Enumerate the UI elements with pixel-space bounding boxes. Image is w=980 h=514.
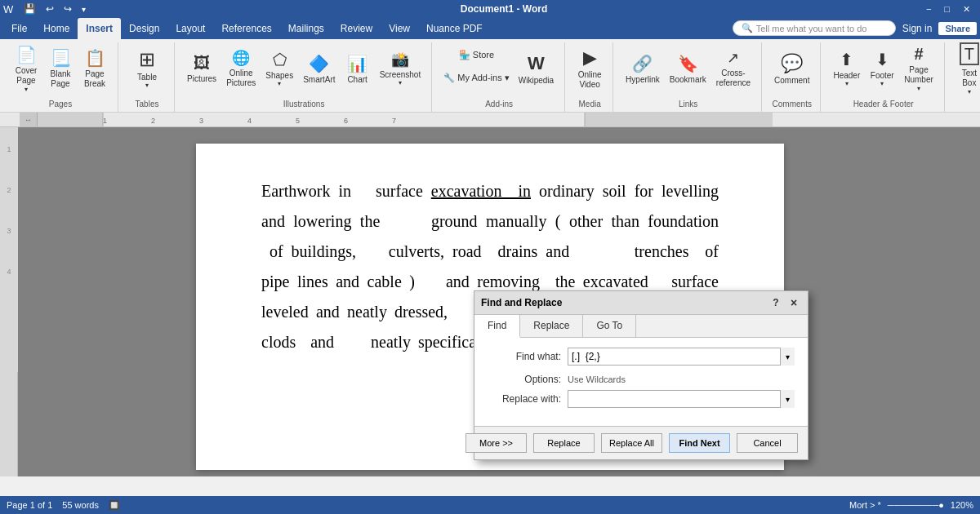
pictures-button[interactable]: 🖼 Pictures: [183, 44, 220, 93]
smartart-button[interactable]: 🔷 SmartArt: [299, 44, 339, 93]
store-button[interactable]: 🏪 Store: [440, 44, 513, 65]
tell-me-placeholder: Tell me what you want to do: [756, 24, 867, 33]
table-button[interactable]: ⊞ Table ▾: [127, 44, 167, 93]
find-replace-dialog[interactable]: Find and Replace ? × Find Replace Go To …: [474, 290, 808, 460]
comment-button[interactable]: 💬 Comment: [770, 44, 813, 93]
screenshot-button[interactable]: 📸 Screenshot ▾: [376, 44, 425, 93]
svg-text:2: 2: [151, 117, 155, 125]
tab-file[interactable]: File: [3, 18, 35, 39]
online-pictures-button[interactable]: 🌐 OnlinePictures: [222, 44, 260, 93]
ribbon-group-comments: 💬 Comment Comments: [764, 42, 821, 112]
tables-group-label: Tables: [136, 100, 159, 110]
hyperlink-button[interactable]: 🔗 Hyperlink: [621, 44, 664, 93]
tab-view[interactable]: View: [381, 18, 418, 39]
save-icon[interactable]: 💾: [21, 3, 38, 15]
bookmark-icon: 🔖: [678, 54, 698, 73]
ruler-marks: 1 2 3 4 5 6 7: [38, 113, 980, 127]
page-number-button[interactable]: # PageNumber ▾: [900, 44, 938, 93]
tab-design[interactable]: Design: [121, 18, 167, 39]
replace-button[interactable]: Replace: [533, 433, 595, 453]
tab-mailings[interactable]: Mailings: [280, 18, 332, 39]
cover-page-button[interactable]: 📄 CoverPage ▾: [10, 44, 42, 93]
svg-text:1: 1: [103, 117, 107, 125]
tab-insert[interactable]: Insert: [78, 18, 121, 39]
tell-me-input[interactable]: 🔍 Tell me what you want to do: [733, 20, 896, 36]
header-icon: ⬆: [840, 50, 853, 69]
svg-text:5: 5: [296, 117, 300, 125]
tab-layout[interactable]: Layout: [167, 18, 213, 39]
ribbon-group-illustrations: 🖼 Pictures 🌐 OnlinePictures ⬠ Shapes ▾ 🔷…: [176, 42, 432, 112]
pages-group-label: Pages: [49, 100, 72, 110]
shapes-button[interactable]: ⬠ Shapes ▾: [261, 44, 297, 93]
tab-nuance[interactable]: Nuance PDF: [418, 18, 491, 39]
wikipedia-button[interactable]: W Wikipedia: [514, 44, 558, 93]
share-button[interactable]: Share: [938, 22, 977, 35]
replace-with-row: Replace with: ▾: [488, 390, 795, 408]
dialog-tab-goto[interactable]: Go To: [583, 315, 636, 337]
page-break-button[interactable]: 📋 PageBreak: [78, 44, 111, 93]
addins-group-label: Add-ins: [485, 100, 513, 110]
text-box-icon: T: [960, 42, 979, 65]
ribbon-group-tables: ⊞ Table ▾ Tables: [120, 42, 175, 112]
svg-text:2: 2: [7, 186, 11, 194]
chart-button[interactable]: 📊 Chart: [341, 44, 374, 93]
tab-home[interactable]: Home: [35, 18, 78, 39]
comment-icon: 💬: [781, 53, 803, 74]
svg-text:4: 4: [7, 268, 11, 276]
sign-in-button[interactable]: Sign in: [902, 23, 933, 34]
maximize-button[interactable]: □: [938, 0, 956, 18]
ribbon-group-addins: 🏪 Store 🔧 My Add-ins ▾ W Wikipedia Add-i…: [434, 42, 565, 112]
dialog-help-button[interactable]: ?: [768, 295, 783, 310]
find-dropdown-button[interactable]: ▾: [780, 348, 795, 366]
zoom-level: 120%: [951, 500, 973, 510]
more-button[interactable]: More >>: [466, 433, 527, 453]
footer-button[interactable]: ⬇ Footer ▾: [866, 44, 898, 93]
vertical-ruler: 1 2 3 4: [0, 127, 18, 476]
online-video-icon: ▶: [583, 47, 597, 69]
svg-rect-1: [38, 113, 103, 127]
document-area: 1 2 3 4 Earthwork in surface excavation …: [0, 127, 980, 476]
ribbon-group-text: T TextBox ▾ ⚡ QuickParts ▾ A WordArt ▾ Ꭰ…: [947, 42, 980, 112]
my-addins-button[interactable]: 🔧 My Add-ins ▾: [440, 67, 513, 88]
tab-references[interactable]: References: [213, 18, 279, 39]
ribbon-group-media: ▶ OnlineVideo Media: [567, 42, 613, 112]
dialog-tab-replace[interactable]: Replace: [520, 315, 583, 337]
blank-page-button[interactable]: 📃 BlankPage: [44, 44, 77, 93]
dialog-close-button[interactable]: ×: [786, 295, 801, 310]
illustrations-group-label: Illustrations: [283, 100, 325, 110]
ruler-corner: ↔: [20, 113, 38, 127]
dialog-title: Find and Replace: [481, 297, 562, 308]
close-button[interactable]: ✕: [956, 0, 977, 18]
svg-rect-2: [585, 113, 773, 127]
online-video-button[interactable]: ▶ OnlineVideo: [573, 44, 606, 93]
zoom-slider[interactable]: ────────●: [888, 500, 944, 510]
replace-with-input[interactable]: [568, 390, 795, 408]
screenshot-icon: 📸: [391, 51, 409, 69]
wikipedia-icon: W: [528, 53, 545, 74]
svg-text:1: 1: [7, 145, 11, 153]
text-box-button[interactable]: T TextBox ▾: [953, 44, 980, 93]
comments-group-label: Comments: [773, 100, 812, 110]
undo-icon[interactable]: ↩: [43, 3, 56, 15]
redo-icon[interactable]: ↪: [61, 3, 74, 15]
dialog-tab-find[interactable]: Find: [474, 315, 520, 338]
find-what-row: Find what: ▾: [488, 348, 795, 366]
find-what-input[interactable]: [568, 348, 795, 366]
header-footer-group-label: Header & Footer: [853, 100, 914, 110]
cancel-button[interactable]: Cancel: [737, 433, 798, 453]
links-group-label: Links: [679, 100, 697, 110]
tab-review[interactable]: Review: [332, 18, 381, 39]
replace-all-button[interactable]: Replace All: [601, 433, 662, 453]
customize-qat-icon[interactable]: ▾: [79, 5, 88, 14]
ribbon: 📄 CoverPage ▾ 📃 BlankPage 📋 PageBreak Pa…: [0, 39, 980, 113]
header-button[interactable]: ⬆ Header ▾: [829, 44, 864, 93]
footer-icon: ⬇: [875, 50, 889, 69]
replace-dropdown-button[interactable]: ▾: [780, 390, 795, 408]
bookmark-button[interactable]: 🔖 Bookmark: [666, 44, 710, 93]
find-next-button[interactable]: Find Next: [669, 433, 730, 453]
smartart-icon: 🔷: [309, 54, 329, 73]
minimize-button[interactable]: −: [920, 0, 938, 18]
svg-text:7: 7: [392, 117, 396, 125]
ruler: ↔ 1 2 3 4 5 6 7: [0, 113, 980, 127]
cross-reference-button[interactable]: ↗ Cross-reference: [712, 44, 755, 93]
